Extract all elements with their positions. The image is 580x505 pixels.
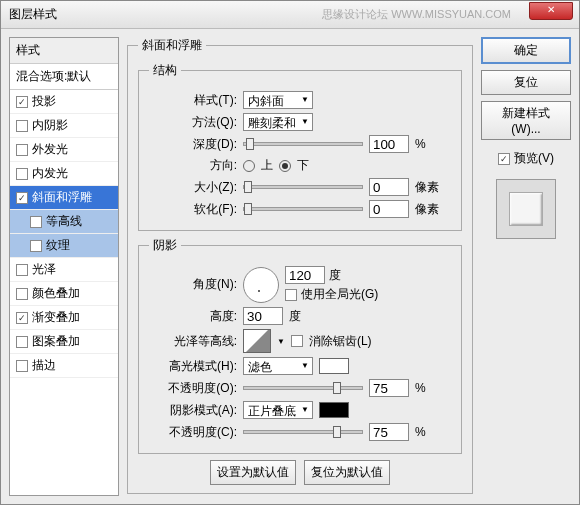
style-checkbox[interactable]: [16, 288, 28, 300]
soften-label: 软化(F):: [149, 201, 237, 218]
soften-slider[interactable]: [243, 207, 363, 211]
method-dropdown[interactable]: 雕刻柔和: [243, 113, 313, 131]
window-title: 图层样式: [9, 6, 57, 23]
style-label: 外发光: [32, 141, 68, 158]
preview-box: [496, 179, 556, 239]
angle-dial[interactable]: [243, 267, 279, 303]
style-item-颜色叠加[interactable]: 颜色叠加: [10, 282, 118, 306]
shadow-opacity-slider[interactable]: [243, 430, 363, 434]
style-checkbox[interactable]: ✓: [16, 312, 28, 324]
depth-slider[interactable]: [243, 142, 363, 146]
ok-button[interactable]: 确定: [481, 37, 571, 64]
depth-label: 深度(D):: [149, 136, 237, 153]
style-item-等高线[interactable]: 等高线: [10, 210, 118, 234]
structure-group: 结构 样式(T): 内斜面 方法(Q): 雕刻柔和 深度(D): %: [138, 62, 462, 231]
altitude-unit: 度: [289, 308, 301, 325]
style-label: 图案叠加: [32, 333, 80, 350]
watermark: 思缘设计论坛 WWW.MISSYUAN.COM: [322, 7, 511, 22]
antialias-label: 消除锯齿(L): [309, 333, 372, 350]
style-item-光泽[interactable]: 光泽: [10, 258, 118, 282]
style-checkbox[interactable]: [16, 168, 28, 180]
new-style-button[interactable]: 新建样式(W)...: [481, 101, 571, 140]
soften-input[interactable]: [369, 200, 409, 218]
style-checkbox[interactable]: ✓: [16, 192, 28, 204]
chevron-down-icon[interactable]: ▼: [277, 337, 285, 346]
depth-input[interactable]: [369, 135, 409, 153]
style-label: 渐变叠加: [32, 309, 80, 326]
shading-legend: 阴影: [149, 237, 181, 254]
shadow-opacity-input[interactable]: [369, 423, 409, 441]
highlight-opacity-input[interactable]: [369, 379, 409, 397]
soften-unit: 像素: [415, 201, 439, 218]
altitude-label: 高度:: [149, 308, 237, 325]
styles-header: 样式: [10, 38, 118, 64]
style-checkbox[interactable]: [16, 120, 28, 132]
reset-default-button[interactable]: 复位为默认值: [304, 460, 390, 485]
style-label: 斜面和浮雕: [32, 189, 92, 206]
style-item-渐变叠加[interactable]: ✓渐变叠加: [10, 306, 118, 330]
style-label: 内发光: [32, 165, 68, 182]
direction-label: 方向:: [149, 157, 237, 174]
opacity-unit2: %: [415, 425, 426, 439]
slider-thumb[interactable]: [244, 203, 252, 215]
gloss-contour[interactable]: [243, 329, 271, 353]
cancel-button[interactable]: 复位: [481, 70, 571, 95]
direction-down-radio[interactable]: [279, 160, 291, 172]
style-label: 投影: [32, 93, 56, 110]
style-label: 内阴影: [32, 117, 68, 134]
shadow-mode-dropdown[interactable]: 正片叠底: [243, 401, 313, 419]
bevel-emboss-group: 斜面和浮雕 结构 样式(T): 内斜面 方法(Q): 雕刻柔和 深度(D):: [127, 37, 473, 494]
structure-legend: 结构: [149, 62, 181, 79]
opacity-unit: %: [415, 381, 426, 395]
altitude-input[interactable]: [243, 307, 283, 325]
slider-thumb[interactable]: [333, 382, 341, 394]
preview-checkbox[interactable]: ✓: [498, 153, 510, 165]
style-checkbox[interactable]: [16, 144, 28, 156]
style-checkbox[interactable]: [16, 360, 28, 372]
angle-unit: 度: [329, 267, 341, 284]
highlight-opacity-slider[interactable]: [243, 386, 363, 390]
style-item-纹理[interactable]: 纹理: [10, 234, 118, 258]
layer-style-dialog: 图层样式 思缘设计论坛 WWW.MISSYUAN.COM ✕ 样式 混合选项:默…: [0, 0, 580, 505]
antialias-checkbox[interactable]: [291, 335, 303, 347]
style-item-描边[interactable]: 描边: [10, 354, 118, 378]
global-light-label: 使用全局光(G): [301, 286, 378, 303]
styles-list: 样式 混合选项:默认 ✓投影内阴影外发光内发光✓斜面和浮雕等高线纹理光泽颜色叠加…: [9, 37, 119, 496]
style-item-投影[interactable]: ✓投影: [10, 90, 118, 114]
titlebar[interactable]: 图层样式 思缘设计论坛 WWW.MISSYUAN.COM ✕: [1, 1, 579, 29]
highlight-opacity-label: 不透明度(O):: [149, 380, 237, 397]
style-label: 光泽: [32, 261, 56, 278]
blend-options[interactable]: 混合选项:默认: [10, 64, 118, 90]
angle-label: 角度(N):: [149, 276, 237, 293]
set-default-button[interactable]: 设置为默认值: [210, 460, 296, 485]
size-slider[interactable]: [243, 185, 363, 189]
style-item-内阴影[interactable]: 内阴影: [10, 114, 118, 138]
style-checkbox[interactable]: ✓: [16, 96, 28, 108]
gloss-label: 光泽等高线:: [149, 333, 237, 350]
style-checkbox[interactable]: [16, 264, 28, 276]
style-item-图案叠加[interactable]: 图案叠加: [10, 330, 118, 354]
direction-up-radio[interactable]: [243, 160, 255, 172]
down-label: 下: [297, 157, 309, 174]
style-checkbox[interactable]: [30, 240, 42, 252]
global-light-checkbox[interactable]: [285, 289, 297, 301]
style-item-斜面和浮雕[interactable]: ✓斜面和浮雕: [10, 186, 118, 210]
size-input[interactable]: [369, 178, 409, 196]
style-item-外发光[interactable]: 外发光: [10, 138, 118, 162]
style-checkbox[interactable]: [30, 216, 42, 228]
slider-thumb[interactable]: [333, 426, 341, 438]
angle-input[interactable]: [285, 266, 325, 284]
shadow-color-swatch[interactable]: [319, 402, 349, 418]
close-button[interactable]: ✕: [529, 2, 573, 20]
highlight-mode-dropdown[interactable]: 滤色: [243, 357, 313, 375]
style-item-内发光[interactable]: 内发光: [10, 162, 118, 186]
depth-unit: %: [415, 137, 426, 151]
preview-label: 预览(V): [514, 150, 554, 167]
slider-thumb[interactable]: [244, 181, 252, 193]
slider-thumb[interactable]: [246, 138, 254, 150]
style-checkbox[interactable]: [16, 336, 28, 348]
highlight-color-swatch[interactable]: [319, 358, 349, 374]
style-dropdown[interactable]: 内斜面: [243, 91, 313, 109]
side-panel: 确定 复位 新建样式(W)... ✓ 预览(V): [481, 37, 571, 496]
style-label: 等高线: [46, 213, 82, 230]
